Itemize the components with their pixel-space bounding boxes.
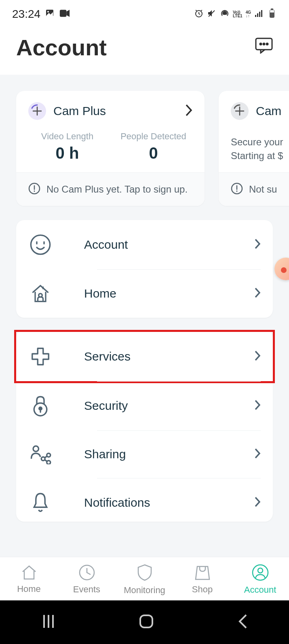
android-nav-bar [0, 600, 289, 644]
alarm-icon [194, 8, 204, 20]
info-icon [28, 183, 40, 196]
chat-icon[interactable] [255, 38, 273, 54]
tab-monitoring[interactable]: Monitoring [116, 563, 173, 596]
secondary-desc-1: Secure your [231, 135, 289, 149]
home-person-icon [28, 283, 53, 304]
menu-group-1: Account Home [16, 220, 273, 318]
menu-item-sharing[interactable]: Sharing [16, 430, 273, 478]
cam-plus-card[interactable]: Cam Plus Video Length 0 h People Detecte… [16, 91, 205, 206]
chevron-right-icon [254, 238, 261, 251]
info-icon [231, 183, 243, 196]
svg-rect-8 [261, 10, 262, 17]
plus-icon [28, 102, 46, 120]
home-button[interactable] [138, 613, 154, 631]
svg-rect-10 [271, 8, 273, 10]
menu-label-home: Home [84, 287, 238, 300]
svg-rect-29 [140, 615, 152, 627]
status-time: 23:24 [12, 8, 40, 21]
secondary-desc-2: Starting at $ [231, 149, 289, 163]
cam-plus-footer-text: No Cam Plus yet. Tap to sign up. [46, 184, 188, 195]
menu-label-account: Account [84, 238, 238, 252]
smiley-icon [28, 234, 53, 256]
image-icon [44, 8, 55, 21]
svg-point-13 [260, 43, 262, 45]
page-title: Account [16, 34, 107, 61]
svg-rect-6 [257, 13, 258, 17]
svg-rect-7 [259, 12, 260, 17]
bell-icon [28, 492, 53, 514]
svg-point-1 [47, 11, 49, 13]
menu-item-notifications[interactable]: Notifications [16, 478, 273, 522]
menu-label-security: Security [84, 399, 238, 413]
hotspot-icon [220, 8, 230, 20]
menu-group-2: Services Security Sharing Notifications [16, 330, 273, 522]
back-button[interactable] [237, 613, 248, 631]
plus-icon [231, 102, 249, 120]
tab-events[interactable]: Events [58, 564, 116, 595]
page-header: Account [0, 28, 289, 75]
tab-account[interactable]: Account [231, 564, 289, 595]
svg-point-28 [258, 568, 263, 573]
cam-plus-title: Cam Plus [53, 104, 106, 118]
video-icon [59, 8, 70, 21]
signal-icon [254, 8, 264, 20]
svg-point-22 [33, 446, 39, 452]
person-share-icon [28, 444, 53, 464]
status-icons-right: Vo))LTE1 4G↓↑ [194, 8, 277, 20]
battery-icon [267, 8, 277, 20]
lock-icon [28, 395, 53, 417]
people-detected-value: 0 [114, 144, 192, 162]
status-bar: 23:24 Vo))LTE1 4G↓↑ [0, 0, 289, 28]
menu-label-services: Services [84, 350, 238, 363]
menu-label-sharing: Sharing [84, 447, 238, 461]
secondary-card-title: Cam [256, 104, 281, 118]
lte-label: Vo))LTE1 [233, 10, 243, 18]
bottom-tab-bar: Home Events Monitoring Shop Account [0, 557, 289, 600]
people-detected-label: People Detected [114, 131, 192, 142]
plus-outline-icon [28, 346, 53, 367]
tab-shop[interactable]: Shop [173, 564, 231, 595]
svg-point-4 [224, 12, 226, 15]
chevron-right-icon [254, 399, 261, 412]
chevron-right-icon [254, 287, 261, 300]
menu-item-services[interactable]: Services [14, 330, 275, 383]
menu-item-account[interactable]: Account [16, 220, 273, 269]
services-cards-scroll[interactable]: Cam Plus Video Length 0 h People Detecte… [0, 75, 289, 220]
recents-button[interactable] [42, 614, 55, 630]
svg-rect-5 [255, 15, 256, 17]
menu-item-home[interactable]: Home [16, 269, 273, 318]
svg-rect-11 [270, 10, 274, 13]
svg-point-14 [263, 43, 265, 45]
video-length-value: 0 h [28, 144, 106, 162]
tab-home[interactable]: Home [0, 564, 58, 594]
chevron-right-icon [254, 350, 261, 363]
secondary-card[interactable]: Cam Secure your Starting at $ Not su [219, 91, 289, 206]
svg-rect-2 [60, 10, 67, 17]
4g-label: 4G↓↑ [246, 10, 251, 18]
chevron-right-icon [254, 448, 261, 461]
chevron-right-icon [254, 496, 261, 509]
video-length-label: Video Length [28, 131, 106, 142]
secondary-footer-text: Not su [249, 184, 277, 195]
menu-item-security[interactable]: Security [16, 381, 273, 430]
svg-point-15 [266, 43, 268, 45]
mute-icon [207, 8, 217, 20]
menu-label-notifications: Notifications [84, 496, 238, 510]
chevron-right-icon [185, 104, 192, 118]
svg-point-18 [31, 235, 50, 254]
